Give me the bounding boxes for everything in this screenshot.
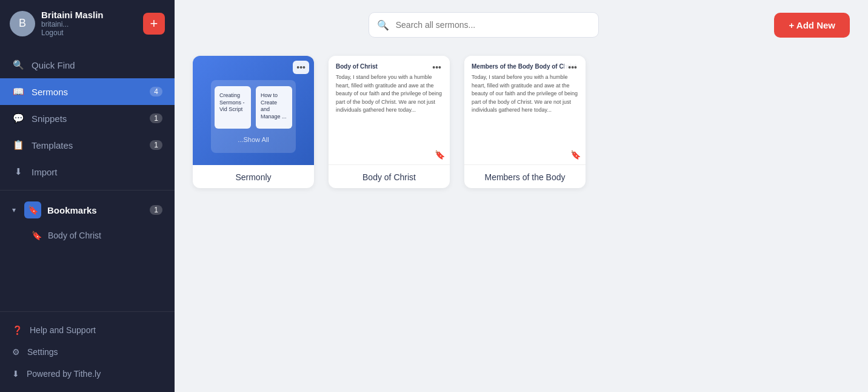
chevron-down-icon: ▾ bbox=[12, 206, 16, 214]
sidebar-item-snippets[interactable]: 💬 Snippets 1 bbox=[0, 105, 175, 132]
search-icon: 🔍 bbox=[377, 19, 389, 31]
card-members-of-body[interactable]: ••• Members of the Body Body of Christ T… bbox=[464, 56, 586, 188]
user-email: britaini... bbox=[41, 20, 137, 29]
sidebar-item-label: Quick Find bbox=[32, 60, 75, 70]
sidebar-item-label: Sermons bbox=[32, 87, 68, 97]
bookmarks-header[interactable]: ▾ 🔖 Bookmarks 1 bbox=[0, 195, 175, 225]
card-members-preview: ••• Members of the Body Body of Christ T… bbox=[464, 56, 586, 165]
logout-link[interactable]: Logout bbox=[41, 29, 137, 37]
folder-tab-label: Creating Sermons - Vid Script bbox=[219, 92, 245, 112]
card-members-label: Members of the Body bbox=[464, 165, 586, 188]
text-card-body-members: Today, I stand before you with a humble … bbox=[472, 73, 578, 157]
show-all-label[interactable]: ...Show All bbox=[238, 136, 269, 143]
card-body-preview: ••• Body of Christ Today, I stand before… bbox=[329, 56, 450, 165]
bookmarks-label: Bookmarks bbox=[47, 205, 97, 215]
templates-icon: 📋 bbox=[12, 139, 24, 151]
card-body-of-christ[interactable]: ••• Body of Christ Today, I stand before… bbox=[329, 56, 450, 188]
bookmarks-icon: 🔖 bbox=[24, 201, 41, 218]
text-card-title-members: Members of the Body Body of Christ bbox=[472, 63, 578, 70]
folder-stack: Creating Sermons - Vid Script How to Cre… bbox=[205, 68, 302, 153]
settings-label: Settings bbox=[27, 347, 58, 357]
gear-icon: ⚙ bbox=[12, 347, 20, 357]
templates-badge: 1 bbox=[150, 140, 162, 150]
sidebar-header: B Britaini Maslin britaini... Logout + bbox=[0, 0, 175, 47]
user-info: Britaini Maslin britaini... Logout bbox=[41, 10, 137, 37]
sidebar-item-label: Snippets bbox=[32, 113, 67, 124]
help-icon: ❓ bbox=[12, 325, 22, 335]
card-sermonly-label: Sermonly bbox=[193, 165, 314, 188]
sidebar-item-import[interactable]: ⬇ Import bbox=[0, 158, 175, 185]
sidebar-item-label: Import bbox=[32, 167, 58, 177]
bookmark-icon-members: 🔖 bbox=[570, 150, 581, 160]
sidebar-nav: 🔍 Quick Find 📖 Sermons 4 💬 Snippets 1 📋 … bbox=[0, 47, 175, 311]
folder-tabs: Creating Sermons - Vid Script How to Cre… bbox=[215, 86, 292, 129]
folder-tab-2: How to Create and Manage ... bbox=[256, 86, 292, 129]
bookmark-icon: 🔖 bbox=[32, 231, 42, 240]
footer-item-help[interactable]: ❓ Help and Support bbox=[0, 319, 175, 341]
snippets-badge: 1 bbox=[150, 113, 162, 123]
footer-item-settings[interactable]: ⚙ Settings bbox=[0, 341, 175, 363]
sidebar-item-quick-find[interactable]: 🔍 Quick Find bbox=[0, 52, 175, 78]
card-sermonly[interactable]: ••• Creating Sermons - Vid Script How to… bbox=[193, 56, 314, 188]
footer-item-powered: ⬇ Powered by Tithe.ly bbox=[0, 363, 175, 385]
folder-tab-label: How to Create and Manage ... bbox=[261, 92, 287, 120]
bookmark-item-body-of-christ[interactable]: 🔖 Body of Christ bbox=[0, 225, 175, 246]
card-body-label: Body of Christ bbox=[329, 165, 450, 188]
divider bbox=[0, 190, 175, 191]
text-card-title: Body of Christ bbox=[336, 63, 442, 70]
help-label: Help and Support bbox=[30, 325, 96, 335]
sermons-badge: 4 bbox=[150, 87, 162, 96]
sidebar: B Britaini Maslin britaini... Logout + 🔍… bbox=[0, 0, 175, 392]
avatar: B bbox=[10, 11, 35, 36]
import-icon: ⬇ bbox=[12, 166, 24, 178]
bookmarks-badge: 1 bbox=[150, 205, 162, 215]
bookmark-label: Body of Christ bbox=[48, 231, 101, 240]
sidebar-footer: ❓ Help and Support ⚙ Settings ⬇ Powered … bbox=[0, 311, 175, 392]
search-icon: 🔍 bbox=[12, 59, 24, 71]
text-card-body: Today, I stand before you with a humble … bbox=[336, 73, 442, 157]
snippets-icon: 💬 bbox=[12, 112, 24, 124]
powered-label: Powered by Tithe.ly bbox=[27, 369, 101, 379]
sidebar-item-sermons[interactable]: 📖 Sermons 4 bbox=[0, 78, 175, 105]
powered-icon: ⬇ bbox=[12, 369, 19, 379]
book-icon: 📖 bbox=[12, 86, 24, 98]
card-menu-body[interactable]: ••• bbox=[429, 61, 445, 74]
search-bar: 🔍 bbox=[369, 12, 599, 38]
sidebar-item-label: Templates bbox=[32, 140, 73, 150]
sidebar-add-button[interactable]: + bbox=[143, 13, 165, 35]
folder-tab-1: Creating Sermons - Vid Script bbox=[215, 86, 251, 129]
sidebar-item-templates[interactable]: 📋 Templates 1 bbox=[0, 132, 175, 158]
add-new-button[interactable]: + Add New bbox=[774, 13, 850, 38]
user-name: Britaini Maslin bbox=[41, 10, 137, 20]
card-menu-members[interactable]: ••• bbox=[564, 61, 581, 74]
main-content: 🔍 + Add New ••• Creating Sermons - Vid S… bbox=[175, 0, 868, 392]
cards-grid: ••• Creating Sermons - Vid Script How to… bbox=[193, 56, 850, 188]
top-bar: 🔍 + Add New bbox=[193, 12, 850, 38]
bookmark-icon: 🔖 bbox=[435, 150, 445, 160]
card-sermonly-preview: ••• Creating Sermons - Vid Script How to… bbox=[193, 56, 314, 165]
search-input[interactable] bbox=[369, 12, 599, 38]
